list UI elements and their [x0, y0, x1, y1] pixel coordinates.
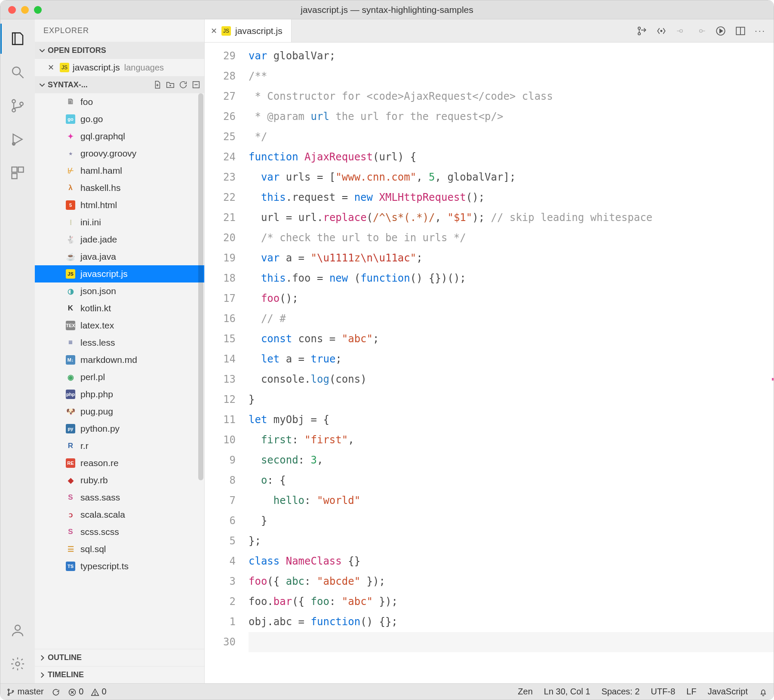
go-to-icon[interactable] — [656, 25, 667, 37]
file-item[interactable]: ⊬haml.haml — [35, 162, 204, 179]
outline-header[interactable]: OUTLINE — [35, 649, 204, 666]
editor-area: ✕ JS javascript.js ··· 29282726252423222… — [205, 19, 774, 683]
file-item[interactable]: Sscss.scss — [35, 523, 204, 540]
svg-point-13 — [638, 27, 640, 29]
open-editors-header[interactable]: OPEN EDITORS — [35, 42, 204, 59]
timeline-header[interactable]: TIMELINE — [35, 666, 204, 683]
file-name: less.less — [80, 338, 115, 348]
open-editor-item[interactable]: ✕ JS javascript.js languages — [35, 59, 204, 76]
status-sync[interactable] — [52, 687, 60, 697]
file-item[interactable]: ◆ruby.rb — [35, 472, 204, 489]
code-content[interactable]: var globalVar;/** * Constructor for <cod… — [243, 43, 774, 683]
file-item[interactable]: ☕java.java — [35, 248, 204, 265]
file-item[interactable]: M↓markdown.md — [35, 351, 204, 368]
file-item[interactable]: ✦gql.graphql — [35, 128, 204, 145]
activity-search[interactable] — [0, 57, 35, 87]
status-problems[interactable]: 0 0 — [68, 687, 107, 697]
compare-changes-icon[interactable] — [636, 25, 647, 37]
file-item[interactable]: 🐶pug.pug — [35, 403, 204, 420]
folder-header[interactable]: SYNTAX-... — [35, 76, 204, 93]
new-file-icon[interactable] — [153, 80, 162, 89]
file-item[interactable]: TStypescript.ts — [35, 558, 204, 575]
close-editor-icon[interactable]: ✕ — [48, 63, 56, 72]
status-branch[interactable]: master — [6, 687, 44, 697]
prev-change-icon[interactable] — [676, 25, 687, 37]
window-controls — [8, 6, 42, 14]
js-icon: JS — [60, 63, 69, 72]
activity-extensions[interactable] — [0, 158, 35, 188]
file-item[interactable]: ◉perl.pl — [35, 368, 204, 386]
file-item[interactable]: REreason.re — [35, 454, 204, 472]
status-cursor-pos[interactable]: Ln 30, Col 1 — [544, 687, 590, 697]
sidebar-title: EXPLORER — [35, 19, 204, 42]
file-name: foo — [80, 97, 93, 107]
file-name: go.go — [80, 114, 103, 124]
file-item[interactable]: TEXlatex.tex — [35, 317, 204, 334]
new-folder-icon[interactable] — [166, 80, 175, 89]
svg-point-22 — [8, 694, 9, 695]
svg-point-9 — [15, 625, 20, 630]
file-item[interactable]: ☰sql.sql — [35, 540, 204, 558]
file-item[interactable]: JSjavascript.js — [35, 265, 204, 282]
file-item[interactable]: Rr.r — [35, 437, 204, 454]
chevron-right-icon — [38, 654, 46, 662]
tab-bar: ✕ JS javascript.js ··· — [205, 19, 774, 43]
file-item[interactable]: 🗎foo — [35, 93, 204, 111]
code-editor[interactable]: 2928272625242322212019181716151413121110… — [205, 43, 774, 683]
run-icon[interactable] — [715, 25, 726, 37]
tab-close-icon[interactable]: ✕ — [211, 26, 217, 36]
line-gutter: 2928272625242322212019181716151413121110… — [205, 43, 243, 683]
status-zen[interactable]: Zen — [518, 687, 532, 697]
file-item[interactable]: gogo.go — [35, 111, 204, 128]
file-name: ruby.rb — [80, 475, 108, 485]
file-tree[interactable]: 🗎foogogo.go✦gql.graphql⋆groovy.groovy⊬ha… — [35, 93, 204, 649]
close-window[interactable] — [8, 6, 16, 14]
svg-rect-8 — [12, 174, 17, 179]
file-icon: S — [66, 527, 75, 537]
activity-scm[interactable] — [0, 91, 35, 121]
minimize-window[interactable] — [21, 6, 29, 14]
file-item[interactable]: λhaskell.hs — [35, 179, 204, 196]
file-item[interactable]: ◑json.json — [35, 282, 204, 300]
svg-point-28 — [95, 694, 95, 694]
status-encoding[interactable]: UTF-8 — [651, 687, 676, 697]
activity-debug[interactable] — [0, 124, 35, 154]
status-indent[interactable]: Spaces: 2 — [602, 687, 640, 697]
file-name: r.r — [80, 441, 89, 451]
status-language[interactable]: JavaScript — [708, 687, 748, 697]
file-item[interactable]: 🐇jade.jade — [35, 231, 204, 248]
file-item[interactable]: pypython.py — [35, 420, 204, 437]
file-icon: ◑ — [66, 286, 75, 296]
status-feedback[interactable] — [759, 687, 768, 697]
svg-point-3 — [12, 109, 15, 112]
file-item[interactable]: Ssass.sass — [35, 489, 204, 506]
titlebar: javascript.js — syntax-highlighting-samp… — [0, 0, 774, 19]
activity-settings[interactable] — [0, 649, 35, 679]
file-item[interactable]: ⋆groovy.groovy — [35, 145, 204, 162]
file-item[interactable]: ≡less.less — [35, 334, 204, 351]
status-eol[interactable]: LF — [686, 687, 696, 697]
svg-rect-6 — [12, 167, 17, 172]
zoom-window[interactable] — [34, 6, 42, 14]
tree-scrollbar-thumb[interactable] — [198, 93, 203, 480]
tab-active[interactable]: ✕ JS javascript.js — [205, 19, 292, 42]
activity-account[interactable] — [0, 615, 35, 645]
collapse-icon[interactable] — [191, 80, 201, 89]
file-item[interactable]: 5html.html — [35, 196, 204, 214]
activity-explorer[interactable] — [0, 24, 35, 54]
next-change-icon[interactable] — [695, 25, 706, 37]
file-item[interactable]: ⁞ini.ini — [35, 214, 204, 231]
file-icon: ◆ — [66, 476, 75, 485]
file-item[interactable]: ↄscala.scala — [35, 506, 204, 523]
svg-rect-7 — [18, 167, 24, 172]
file-name: latex.tex — [80, 320, 114, 331]
file-icon: 🗎 — [66, 97, 75, 107]
editor-actions: ··· — [628, 19, 774, 42]
more-actions-icon[interactable]: ··· — [755, 26, 766, 36]
refresh-icon[interactable] — [178, 80, 188, 89]
split-editor-icon[interactable] — [735, 25, 746, 37]
file-item[interactable]: Kkotlin.kt — [35, 300, 204, 317]
activity-bar — [0, 19, 35, 683]
file-icon: php — [66, 390, 75, 399]
file-item[interactable]: phpphp.php — [35, 386, 204, 403]
